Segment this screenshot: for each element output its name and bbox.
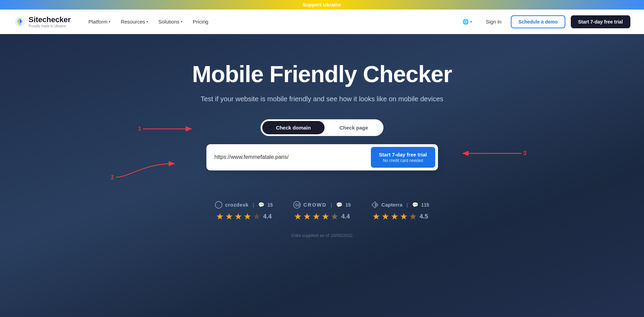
- nav-item-pricing[interactable]: Pricing: [189, 16, 213, 27]
- logo-link[interactable]: Sitechecker Proudly made in Ukraine: [14, 15, 71, 28]
- url-input[interactable]: [215, 154, 371, 160]
- check-page-tab[interactable]: Check page: [326, 121, 382, 134]
- rating-capterra: Capterra | 💬 115 ★ ★ ★ ★ ★ 4.5: [371, 201, 429, 222]
- nav-right: 🌐 ▾ Sign in Schedule a demo Start 7-day …: [458, 15, 630, 28]
- chat-icon-g2: 💬: [336, 202, 343, 208]
- capterra-icon: [371, 201, 379, 209]
- start-trial-button[interactable]: Start 7-day free trial No credit card ne…: [371, 147, 435, 168]
- language-selector[interactable]: 🌐 ▾: [458, 16, 476, 28]
- support-bar-text: Support Ukraine: [303, 2, 341, 7]
- check-domain-tab[interactable]: Check domain: [262, 121, 325, 134]
- schedule-demo-button[interactable]: Schedule a demo: [511, 15, 565, 28]
- logo-icon: [14, 16, 26, 28]
- svg-point-2: [218, 204, 220, 206]
- search-bar: Start 7-day free trial No credit card ne…: [206, 144, 438, 170]
- sign-in-button[interactable]: Sign in: [482, 16, 505, 27]
- annotation-3: 3: [453, 147, 527, 160]
- ratings-list: crozdesk | 💬 15 ★ ★ ★ ★ ★ 4.4: [215, 201, 429, 222]
- globe-icon: 🌐: [462, 19, 469, 25]
- capterra-stars: ★ ★ ★ ★ ★ 4.5: [372, 211, 428, 222]
- chevron-down-icon: ▾: [109, 20, 110, 24]
- logo-sub: Proudly made in Ukraine: [29, 24, 71, 28]
- g2-stars: ★ ★ ★ ★ ★ 4.4: [294, 211, 350, 222]
- data-supplied-text: Data supplied as of 10/05/2022: [292, 233, 353, 238]
- rating-g2crowd: G2 CROWD | 💬 15 ★ ★ ★ ★ ★ 4.4: [293, 201, 351, 222]
- chat-icon-capterra: 💬: [412, 202, 419, 208]
- annotation-1: 1: [138, 125, 198, 132]
- crozdesk-icon: [215, 201, 222, 209]
- chat-icon: 💬: [258, 202, 265, 208]
- chevron-down-icon: ▾: [181, 20, 183, 24]
- start-trial-sub-label: No credit card needed: [383, 158, 423, 163]
- nav-item-resources[interactable]: Resources ▾: [116, 16, 152, 27]
- g2crowd-icon: G2: [293, 201, 301, 209]
- nav-links: Platform ▾ Resources ▾ Solutions ▾ Prici…: [84, 16, 459, 27]
- start-trial-nav-button[interactable]: Start 7-day free trial: [571, 15, 631, 28]
- hero-subtitle: Test if your website is mobile friendly …: [201, 95, 443, 103]
- support-bar: Support Ukraine: [0, 0, 644, 10]
- start-trial-main-label: Start 7-day free trial: [379, 152, 427, 157]
- ratings-section: crozdesk | 💬 15 ★ ★ ★ ★ ★ 4.4: [215, 201, 429, 238]
- hero-section: Mobile Friendly Checker Test if your web…: [0, 34, 644, 317]
- nav-item-solutions[interactable]: Solutions ▾: [154, 16, 187, 27]
- rating-crozdesk: crozdesk | 💬 15 ★ ★ ★ ★ ★ 4.4: [215, 201, 273, 222]
- nav-item-platform[interactable]: Platform ▾: [84, 16, 115, 27]
- chevron-down-icon: ▾: [470, 20, 472, 24]
- chevron-down-icon: ▾: [146, 20, 148, 24]
- crozdesk-stars: ★ ★ ★ ★ ★ 4.4: [216, 211, 272, 222]
- svg-text:G2: G2: [295, 203, 300, 207]
- annotation-2: 2: [111, 153, 184, 181]
- logo-name: Sitechecker: [29, 15, 71, 24]
- toggle-container: Check domain Check page: [261, 119, 383, 136]
- hero-title: Mobile Friendly Checker: [192, 61, 452, 87]
- navbar: Sitechecker Proudly made in Ukraine Plat…: [0, 10, 644, 34]
